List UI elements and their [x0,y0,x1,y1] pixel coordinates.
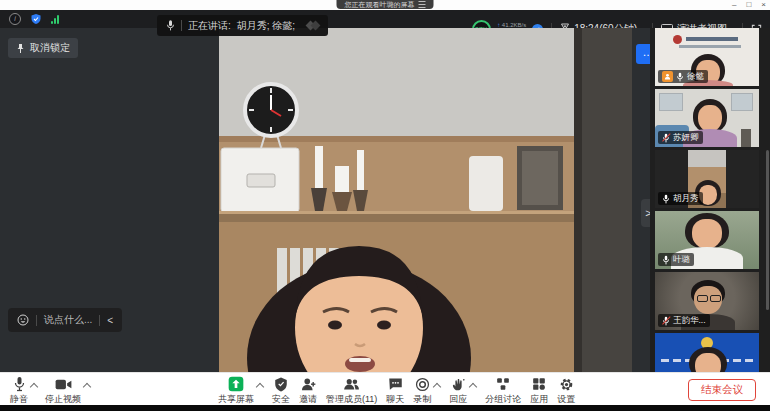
settings-button[interactable]: 设置 [557,376,575,406]
info-icon[interactable]: i [9,13,21,25]
main-video-stage: 取消锁定 … 说点什么... < > [0,28,650,372]
record-options-caret[interactable] [433,383,441,391]
shield-icon [274,376,288,392]
reactions-button[interactable]: 回应 [449,376,467,406]
stop-video-button[interactable]: 停止视频 [45,376,81,406]
chat-button[interactable]: 聊天 [386,376,404,406]
watching-screen-pill[interactable]: 您正在观看叶璐的屏幕 [337,0,434,9]
meeting-logo-icon [307,22,319,29]
chat-input[interactable]: 说点什么... [44,313,92,327]
participant-tile-liutao[interactable]: 刘涛 [655,333,759,372]
participant-name: 徐懿 [687,71,704,83]
mic-muted-icon [662,133,670,143]
breakout-rooms-icon [496,376,510,392]
unlock-label: 取消锁定 [30,41,70,55]
university-seal [673,35,682,44]
speaking-status-pill: 正在讲话: 胡月秀; 徐懿; [157,15,328,36]
mic-icon [166,19,175,32]
emoji-icon[interactable] [17,314,29,326]
sidebar-scrollbar[interactable] [766,150,769,310]
mic-icon [13,376,26,392]
participant-name: 王韵华... [673,315,706,327]
mic-icon [662,255,670,265]
speaker-video-scene [219,28,632,372]
speaking-names: 胡月秀; 徐懿; [237,19,295,33]
pin-icon [16,43,25,54]
unlock-pin-button[interactable]: 取消锁定 [8,38,78,58]
participants-sidebar: 徐懿 苏妍卿 [650,28,770,372]
meeting-topbar: i 正在讲话: 胡月秀; 徐懿; 27% ↑ 41.2KB/s CPU 46°C… [0,10,770,28]
raised-hand-badge-icon [662,71,673,82]
menu-icon[interactable] [419,1,426,8]
meeting-toolbar: 静音 停止视频 共享屏幕 [0,372,770,406]
mic-muted-icon [662,316,670,326]
bottom-strip [0,405,770,411]
participant-tile-wangyunhua[interactable]: 王韵华... [655,272,759,330]
quick-chat-bar: 说点什么... < [8,308,122,332]
participant-tile-suyanqing[interactable]: 苏妍卿 [655,89,759,147]
invite-button[interactable]: 邀请 [299,376,317,406]
chat-collapse-button[interactable]: < [107,315,113,326]
camera-icon [55,376,72,392]
share-screen-icon [228,376,244,392]
participant-name: 叶璐 [673,254,690,266]
share-options-caret[interactable] [256,383,264,391]
chat-bubble-icon [388,376,403,392]
restore-button[interactable]: □ [746,0,751,10]
participant-name: 胡月秀 [673,193,699,205]
gear-icon [559,376,574,392]
shield-check-icon[interactable] [30,13,42,25]
participant-tile-huyuexiu[interactable]: 胡月秀 [655,150,759,208]
invite-person-icon [301,376,316,392]
speaking-label: 正在讲话: [188,19,231,33]
participants-icon [343,376,360,392]
sidebar-toggle-handle[interactable]: > [641,199,650,227]
security-button[interactable]: 安全 [272,376,290,406]
video-options-caret[interactable] [83,383,91,391]
reaction-hand-icon [451,376,466,392]
reactions-options-caret[interactable] [469,383,477,391]
share-screen-button[interactable]: 共享屏幕 [218,376,254,406]
mic-icon [676,72,684,82]
manage-participants-button[interactable]: 管理成员(11) [326,376,377,406]
participant-video [655,333,759,372]
speaker-video [219,28,632,372]
record-icon [415,376,430,392]
participant-name: 苏妍卿 [673,132,699,144]
apps-grid-icon [532,376,546,392]
participant-tile-xuyi[interactable]: 徐懿 [655,28,759,86]
breakout-rooms-button[interactable]: 分组讨论 [485,376,521,406]
mute-button[interactable]: 静音 [10,376,28,406]
mic-options-caret[interactable] [30,383,38,391]
more-options-button[interactable]: … [636,44,650,64]
participant-tile-yelu[interactable]: 叶璐 [655,211,759,269]
apps-button[interactable]: 应用 [530,376,548,406]
network-signal-icon [51,15,59,24]
close-button[interactable]: × [761,0,766,10]
minimize-button[interactable]: – [732,0,736,10]
watching-screen-label: 您正在观看叶璐的屏幕 [345,0,415,9]
end-meeting-button[interactable]: 结束会议 [688,379,756,401]
record-button[interactable]: 录制 [413,376,431,406]
mic-icon [662,194,670,204]
